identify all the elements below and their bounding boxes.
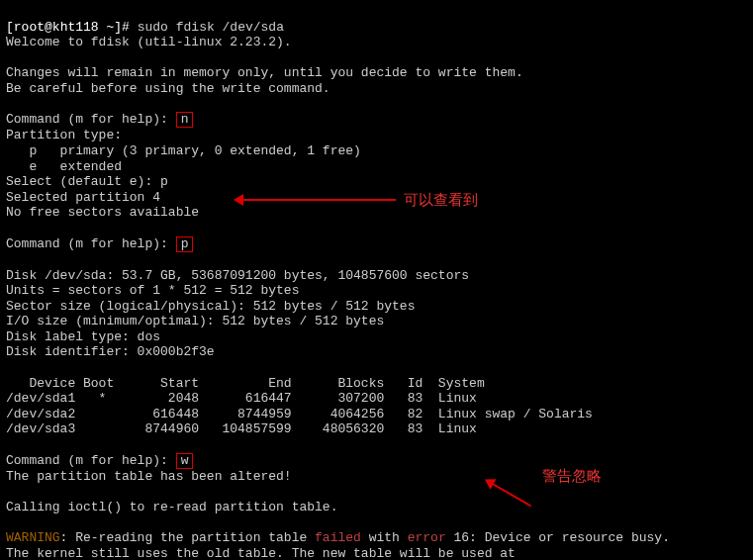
fdisk-prompt: Command (m for help): <box>6 453 176 468</box>
output-line: p primary (3 primary, 0 extended, 1 free… <box>6 143 361 158</box>
annotation-arrow-2: 警告忽略 <box>485 485 602 503</box>
fdisk-prompt: Command (m for help): <box>6 236 176 251</box>
part-table-row: /dev/sda2 616448 8744959 4064256 82 Linu… <box>6 407 593 421</box>
shell-command: sudo fdisk /dev/sda <box>138 20 284 35</box>
warning-error: error <box>408 530 446 545</box>
part-table-row: /dev/sda3 8744960 104857599 48056320 83 … <box>6 421 477 436</box>
disk-info: Disk /dev/sda: 53.7 GB, 53687091200 byte… <box>6 268 469 283</box>
warning-text: 16: Device or resource busy. <box>446 530 670 545</box>
part-table-header: Device Boot Start End Blocks Id System <box>6 376 485 391</box>
intro-line: Changes will remain in memory only, unti… <box>6 65 523 80</box>
user-input-w: w <box>176 453 194 469</box>
disk-info: Units = sectors of 1 * 512 = 512 bytes <box>6 283 299 298</box>
output-line: Calling ioctl() to re-read partition tab… <box>6 500 337 514</box>
terminal[interactable]: [root@kht118 ~]# sudo fdisk /dev/sda Wel… <box>0 0 753 560</box>
fdisk-prompt: Command (m for help): <box>6 112 176 127</box>
user-input-p: p <box>176 236 194 252</box>
arrow-left-icon <box>237 199 396 201</box>
disk-info: I/O size (minimum/optimal): 512 bytes / … <box>6 314 384 328</box>
warning-text: : Re-reading the partition table <box>60 530 315 545</box>
annotation-label-1: 可以查看到 <box>404 191 478 209</box>
disk-info: Sector size (logical/physical): 512 byte… <box>6 299 415 314</box>
output-line: Partition type: <box>6 128 122 142</box>
annotation-arrow-1: 可以查看到 <box>237 191 478 209</box>
disk-info: Disk label type: dos <box>6 329 160 344</box>
annotation-label-2: 警告忽略 <box>542 467 602 485</box>
intro-line: Welcome to fdisk (util-linux 2.23.2). <box>6 35 292 49</box>
warning-text: with <box>361 530 408 545</box>
warning-failed: failed <box>315 530 361 545</box>
intro-line: Be careful before using the write comman… <box>6 81 330 96</box>
disk-info: Disk identifier: 0x000b2f3e <box>6 344 215 359</box>
output-line: No free sectors available <box>6 205 199 220</box>
output-line: Select (default e): p <box>6 174 168 189</box>
user-input-n: n <box>176 112 194 128</box>
output-line: The partition table has been altered! <box>6 469 292 484</box>
output-line: Selected partition 4 <box>6 190 160 205</box>
warning-line: The kernel still uses the old table. The… <box>6 546 516 560</box>
shell-prompt: [root@kht118 ~]# <box>6 20 130 35</box>
output-line: e extended <box>6 159 122 174</box>
part-table-row: /dev/sda1 * 2048 616447 307200 83 Linux <box>6 391 477 406</box>
arrow-left-icon <box>488 481 531 508</box>
warning-tag: WARNING <box>6 530 60 545</box>
